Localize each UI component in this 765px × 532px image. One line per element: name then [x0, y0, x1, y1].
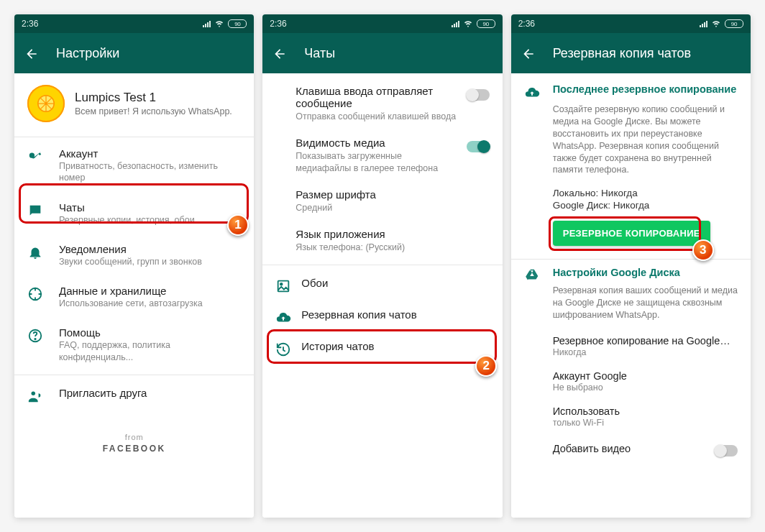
gdrive-value: Google Диск: Никогда	[511, 198, 751, 211]
item-title: Чаты	[59, 201, 241, 214]
enter-sends-row[interactable]: Клавиша ввода отправляет сообщение Отпра…	[262, 73, 502, 129]
battery-icon: 90	[228, 19, 247, 28]
network-row[interactable]: Использовать только Wi-Fi	[511, 399, 751, 434]
status-right: 90	[203, 18, 247, 30]
item-title: Уведомления	[59, 243, 241, 255]
wallpaper-icon	[275, 278, 291, 294]
status-right: 90	[700, 18, 743, 30]
signal-icon	[700, 20, 707, 27]
back-icon[interactable]	[521, 47, 534, 60]
status-bar: 2:36 90	[14, 14, 254, 33]
app-bar: Чаты	[262, 33, 502, 73]
wifi-icon	[711, 18, 721, 30]
row-sub: Показывать загруженные медиафайлы в гале…	[296, 150, 456, 174]
last-backup-section: Последнее резервное копирование	[511, 73, 751, 101]
app-bar: Настройки	[14, 33, 254, 73]
row-sub: Отправка сообщений клавишей ввода	[296, 111, 456, 122]
item-sub: FAQ, поддержка, политика конфиденциаль..…	[59, 339, 241, 363]
row-title: Обои	[301, 277, 489, 289]
battery-icon: 90	[477, 19, 495, 28]
wallpaper-row[interactable]: Обои	[262, 270, 502, 301]
item-sub: Приватность, безопасность, изменить номе…	[59, 160, 241, 184]
row-title: Использовать	[553, 405, 738, 417]
settings-item-notifications[interactable]: Уведомления Звуки сообщений, групп и зво…	[14, 234, 254, 276]
item-sub: Резервные копии, история, обои	[59, 214, 241, 226]
settings-item-data[interactable]: Данные и хранилище Использование сети, а…	[14, 276, 254, 318]
backup-frequency-row[interactable]: Резервное копирование на Google… Никогда	[511, 329, 751, 364]
appbar-title: Настройки	[56, 46, 119, 61]
back-icon[interactable]	[272, 47, 285, 60]
data-icon	[27, 286, 43, 302]
settings-content: Lumpics Test 1 Всем привет! Я использую …	[14, 73, 254, 518]
signal-icon	[452, 20, 459, 27]
profile-name: Lumpics Test 1	[75, 91, 232, 105]
status-time: 2:36	[22, 19, 38, 29]
status-bar: 2:36 90	[262, 14, 502, 33]
screen-backup: 2:36 90 Резервная копия чатов Последнее …	[511, 14, 751, 518]
toggle-media-visibility[interactable]	[467, 141, 490, 152]
last-backup-desc: Создайте резервную копию сообщений и мед…	[511, 101, 751, 183]
row-title: Добавить видео	[553, 443, 631, 454]
divider	[262, 265, 502, 265]
toggle-include-video[interactable]	[715, 445, 738, 457]
include-video-row[interactable]: Добавить видео	[511, 434, 751, 463]
item-title: Помощь	[59, 326, 241, 339]
chat-history-row[interactable]: История чатов	[262, 333, 502, 364]
wifi-icon	[463, 18, 473, 30]
help-icon	[27, 328, 43, 344]
svg-rect-5	[278, 281, 289, 292]
status-bar: 2:36 90	[511, 14, 751, 33]
divider	[14, 375, 254, 375]
profile-row[interactable]: Lumpics Test 1 Всем привет! Я использую …	[14, 73, 254, 137]
signal-icon	[203, 20, 211, 27]
settings-item-chats[interactable]: Чаты Резервные копии, история, обои	[14, 193, 254, 234]
status-time: 2:36	[270, 19, 286, 29]
from-block: from FACEBOOK	[14, 433, 254, 454]
item-title: Данные и хранилище	[59, 285, 241, 297]
backup-content: Последнее резервное копирование Создайте…	[511, 73, 751, 518]
status-right: 90	[452, 18, 495, 30]
row-title: Клавиша ввода отправляет сообщение	[296, 85, 456, 109]
key-icon	[27, 149, 43, 165]
settings-item-invite[interactable]: Пригласить друга	[14, 378, 254, 413]
app-language-row[interactable]: Язык приложения Язык телефона: (Русский)	[262, 221, 502, 260]
cloud-up-icon	[275, 310, 291, 326]
section-title: Последнее резервное копирование	[553, 83, 737, 101]
row-title: Резервное копирование на Google…	[553, 335, 738, 347]
row-title: Аккаунт Google	[553, 370, 738, 382]
row-title: Язык приложения	[296, 228, 489, 240]
back-icon[interactable]	[24, 47, 37, 60]
wifi-icon	[214, 18, 224, 30]
row-sub: Никогда	[553, 347, 738, 357]
from-label: from	[14, 433, 254, 441]
item-title: Пригласить друга	[59, 387, 241, 399]
item-sub: Звуки сообщений, групп и звонков	[59, 256, 241, 267]
svg-point-6	[280, 283, 283, 285]
avatar	[27, 85, 65, 122]
facebook-label: FACEBOOK	[14, 444, 254, 454]
media-visibility-row[interactable]: Видимость медиа Показывать загруженные м…	[262, 129, 502, 181]
backup-button[interactable]: РЕЗЕРВНОЕ КОПИРОВАНИЕ	[553, 221, 710, 246]
toggle-enter-sends[interactable]	[467, 89, 490, 101]
bell-icon	[27, 244, 43, 260]
screen-settings: 2:36 90 Настройки Lumpics Test 1 Всем пр…	[14, 14, 254, 518]
row-title: Размер шрифта	[296, 188, 489, 201]
font-size-row[interactable]: Размер шрифта Средний	[262, 181, 502, 221]
lemon-icon	[35, 93, 57, 114]
item-sub: Использование сети, автозагрузка	[59, 298, 241, 309]
chat-icon	[27, 203, 43, 219]
status-time: 2:36	[518, 19, 535, 29]
chats-content: Клавиша ввода отправляет сообщение Отпра…	[262, 73, 502, 518]
gdrive-settings-section: Настройки Google Диска	[511, 260, 751, 283]
settings-item-help[interactable]: Помощь FAQ, поддержка, политика конфиден…	[14, 318, 254, 372]
appbar-title: Чаты	[304, 46, 335, 61]
appbar-title: Резервная копия чатов	[553, 46, 691, 61]
settings-item-account[interactable]: Аккаунт Приватность, безопасность, измен…	[14, 139, 254, 193]
divider	[14, 137, 254, 137]
google-account-row[interactable]: Аккаунт Google Не выбрано	[511, 364, 751, 399]
screen-chats: 2:36 90 Чаты Клавиша ввода отправляет со…	[262, 14, 502, 518]
history-icon	[275, 341, 291, 357]
chat-backup-row[interactable]: Резервная копия чатов	[262, 301, 502, 333]
profile-status: Всем привет! Я использую WhatsApp.	[75, 106, 232, 116]
invite-icon	[27, 388, 43, 404]
